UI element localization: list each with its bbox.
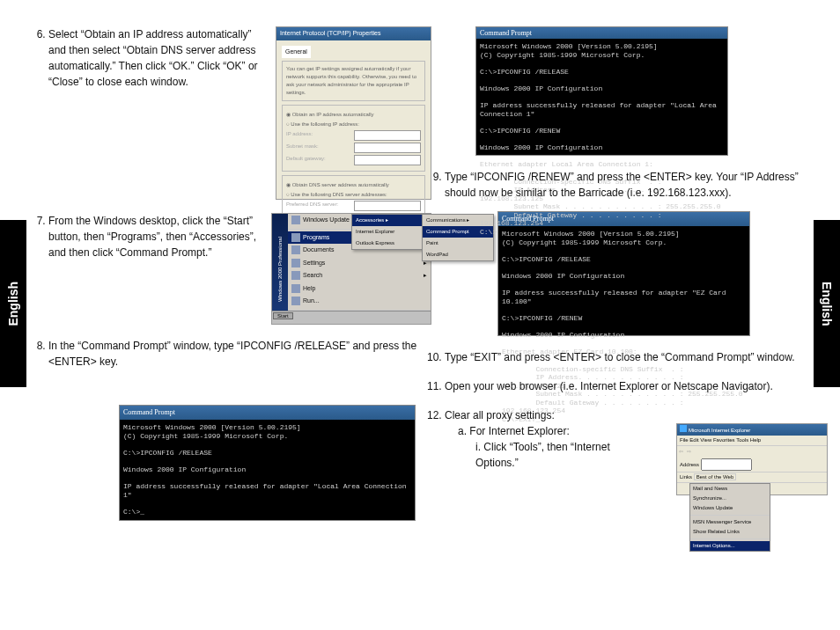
ip-input — [354, 130, 421, 141]
search-icon — [291, 271, 300, 280]
step-10: Type “EXIT” and press <ENTER> to close t… — [445, 349, 828, 365]
ie-menubar[interactable]: File Edit View Favorites Tools Help — [677, 436, 827, 446]
dialog-desc: You can get IP settings assigned automat… — [286, 65, 421, 97]
run-item[interactable]: Run... — [288, 295, 431, 308]
tcp-ip-dialog: Internet Protocol (TCP/IP) Properties Ge… — [276, 26, 431, 200]
cmd-title: Command Prompt — [120, 406, 415, 420]
step-8: In the “Command Prompt” window, type “IP… — [48, 338, 431, 521]
globe-icon — [291, 216, 300, 224]
cmd-title: Command Prompt — [476, 27, 727, 39]
related-links-item[interactable]: Show Related Links — [690, 527, 770, 537]
language-tab-left: English — [0, 220, 26, 387]
ie-tools-menu-image: Microsoft Internet Explorer File Edit Vi… — [676, 423, 828, 495]
subnet-label: Subnet mask: — [286, 143, 319, 153]
pref-dns-input — [354, 201, 421, 211]
subnet-input — [354, 143, 421, 153]
forward-icon[interactable]: ⇨ — [687, 448, 691, 456]
links-label: Links — [680, 474, 692, 480]
internet-options-item[interactable]: Internet Options... — [690, 541, 770, 551]
programs-submenu: Accessories ▸ Internet Explorer Outlook … — [351, 214, 424, 250]
help-item[interactable]: Help — [288, 282, 431, 296]
step-6: Select “Obtain an IP address automatical… — [48, 26, 431, 200]
dialog-title: Internet Protocol (TCP/IP) Properties — [276, 27, 431, 40]
accessories-item[interactable]: Accessories ▸ — [352, 215, 423, 226]
step-12ai-text: i. Click “Tools”, then “Internet Options… — [475, 439, 634, 471]
obtain-ip-auto-radio[interactable]: ◉ Obtain an IP address automatically — [286, 111, 421, 119]
use-ip-radio[interactable]: ○ Use the following IP address: — [286, 121, 421, 128]
ip-label: IP address: — [286, 130, 313, 141]
right-column: Command Prompt Microsoft Windows 2000 [V… — [423, 26, 828, 495]
step-7-text: From the Windows desktop, click the “Sta… — [48, 213, 258, 260]
start-menu-image: Windows 2000 Professional Windows Update… — [271, 213, 431, 325]
address-label: Address — [680, 462, 699, 467]
step-6-text: Select “Obtain an IP address automatical… — [48, 26, 262, 90]
obtain-dns-auto-radio[interactable]: ◉ Obtain DNS server address automaticall… — [286, 181, 421, 189]
msn-messenger-item[interactable]: MSN Messenger Service — [690, 517, 770, 527]
back-icon[interactable]: ⇦ — [679, 448, 683, 456]
best-of-web-link[interactable]: Best of the Web — [694, 473, 737, 480]
language-label: English — [6, 282, 20, 326]
pref-dns-label: Preferred DNS server: — [286, 201, 338, 211]
start-edition: Windows 2000 Professional — [272, 214, 288, 324]
step-12a-text: a. For Internet Explorer: — [458, 425, 570, 437]
start-button[interactable]: Start — [273, 312, 293, 319]
ie-icon — [680, 425, 687, 432]
doc-icon — [291, 245, 300, 254]
step-8-text: In the “Command Prompt” window, type “IP… — [48, 338, 431, 370]
step-9-text: Type “IPCONFIG /RENEW” and press the <EN… — [445, 169, 828, 201]
use-dns-radio[interactable]: ○ Use the following DNS server addresses… — [286, 191, 421, 199]
settings-item[interactable]: Settings▸ — [288, 257, 431, 270]
step-11: Open your web browser (i.e. Internet Exp… — [445, 378, 828, 394]
step-12: Clear all proxy settings: Microsoft Inte… — [445, 407, 828, 471]
command-prompt-renew: Command Prompt Microsoft Windows 2000 [V… — [475, 26, 728, 156]
gateway-input — [354, 155, 421, 165]
tools-dropdown: Mail and News Synchronize... Windows Upd… — [689, 483, 770, 552]
windows-update-item[interactable]: Windows Update — [690, 503, 770, 513]
help-icon — [291, 284, 300, 293]
search-item[interactable]: Search▸ — [288, 269, 431, 282]
step-7: From the Windows desktop, click the “Sta… — [48, 213, 431, 325]
address-input[interactable] — [701, 458, 752, 471]
command-prompt-release: Command Prompt Microsoft Windows 2000 [V… — [119, 405, 416, 521]
step-12-text: Clear all proxy settings: — [445, 409, 555, 421]
ie-title: Microsoft Internet Explorer — [689, 428, 750, 433]
run-icon — [291, 297, 300, 305]
synchronize-item[interactable]: Synchronize... — [690, 494, 770, 503]
ie-item[interactable]: Internet Explorer — [352, 226, 423, 238]
oe-item[interactable]: Outlook Express — [352, 238, 423, 249]
gateway-label: Default gateway: — [286, 155, 326, 165]
folder-icon — [291, 233, 300, 242]
general-tab[interactable]: General — [282, 46, 311, 59]
step-12a: Microsoft Internet Explorer File Edit Vi… — [458, 423, 828, 471]
step-9: Type “IPCONFIG /RENEW” and press the <EN… — [445, 169, 828, 336]
mail-news-item[interactable]: Mail and News — [690, 484, 770, 494]
left-column: Select “Obtain an IP address automatical… — [26, 26, 431, 534]
gear-icon — [291, 259, 300, 267]
taskbar: Start — [272, 311, 431, 324]
command-prompt-exit: Command Prompt Microsoft Windows 2000 [V… — [497, 211, 750, 336]
